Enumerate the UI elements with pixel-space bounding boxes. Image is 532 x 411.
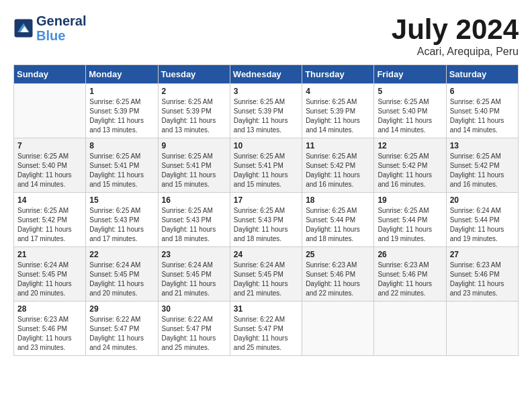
day-number: 4 — [306, 87, 370, 96]
calendar-week-row: 14Sunrise: 6:25 AM Sunset: 5:42 PM Dayli… — [14, 193, 519, 247]
day-info: Sunrise: 6:23 AM Sunset: 5:46 PM Dayligh… — [306, 261, 370, 298]
calendar-header-row: SundayMondayTuesdayWednesdayThursdayFrid… — [14, 65, 519, 84]
calendar-cell: 19Sunrise: 6:25 AM Sunset: 5:44 PM Dayli… — [374, 193, 446, 247]
day-info: Sunrise: 6:22 AM Sunset: 5:47 PM Dayligh… — [234, 315, 298, 353]
day-number: 30 — [162, 304, 226, 314]
day-number: 19 — [378, 195, 442, 205]
calendar-cell: 21Sunrise: 6:24 AM Sunset: 5:45 PM Dayli… — [14, 247, 86, 302]
day-info: Sunrise: 6:25 AM Sunset: 5:39 PM Dayligh… — [234, 97, 298, 135]
day-number: 10 — [234, 141, 298, 150]
day-info: Sunrise: 6:24 AM Sunset: 5:45 PM Dayligh… — [17, 261, 82, 298]
calendar-cell: 26Sunrise: 6:23 AM Sunset: 5:46 PM Dayli… — [374, 247, 446, 302]
calendar-cell — [446, 302, 518, 356]
calendar-cell: 30Sunrise: 6:22 AM Sunset: 5:47 PM Dayli… — [158, 302, 230, 356]
calendar-cell: 27Sunrise: 6:23 AM Sunset: 5:46 PM Dayli… — [446, 247, 518, 302]
page-header: General Blue July 2024 Acari, Arequipa, … — [13, 13, 519, 58]
calendar-cell: 15Sunrise: 6:25 AM Sunset: 5:43 PM Dayli… — [86, 193, 158, 247]
calendar-cell — [14, 84, 86, 138]
calendar-cell: 1Sunrise: 6:25 AM Sunset: 5:39 PM Daylig… — [86, 84, 158, 138]
day-info: Sunrise: 6:22 AM Sunset: 5:47 PM Dayligh… — [89, 315, 154, 353]
calendar-cell: 13Sunrise: 6:25 AM Sunset: 5:42 PM Dayli… — [446, 138, 518, 193]
day-info: Sunrise: 6:25 AM Sunset: 5:42 PM Dayligh… — [450, 152, 515, 189]
day-info: Sunrise: 6:25 AM Sunset: 5:39 PM Dayligh… — [89, 97, 154, 135]
logo: General Blue — [13, 13, 86, 43]
day-number: 18 — [306, 195, 370, 205]
day-info: Sunrise: 6:23 AM Sunset: 5:46 PM Dayligh… — [378, 261, 442, 298]
day-header-saturday: Saturday — [446, 65, 518, 84]
day-info: Sunrise: 6:25 AM Sunset: 5:41 PM Dayligh… — [162, 152, 226, 189]
day-number: 23 — [162, 250, 226, 259]
day-number: 6 — [450, 87, 515, 96]
calendar-cell: 23Sunrise: 6:24 AM Sunset: 5:45 PM Dayli… — [158, 247, 230, 302]
day-number: 2 — [162, 87, 226, 96]
day-header-friday: Friday — [374, 65, 446, 84]
calendar-cell: 3Sunrise: 6:25 AM Sunset: 5:39 PM Daylig… — [230, 84, 302, 138]
location-subtitle: Acari, Arequipa, Peru — [392, 46, 519, 58]
month-title: July 2024 — [392, 13, 519, 46]
day-info: Sunrise: 6:25 AM Sunset: 5:43 PM Dayligh… — [234, 206, 298, 244]
day-number: 21 — [17, 250, 82, 259]
calendar-cell: 2Sunrise: 6:25 AM Sunset: 5:39 PM Daylig… — [158, 84, 230, 138]
day-number: 3 — [234, 87, 298, 96]
calendar-cell: 9Sunrise: 6:25 AM Sunset: 5:41 PM Daylig… — [158, 138, 230, 193]
calendar-cell: 31Sunrise: 6:22 AM Sunset: 5:47 PM Dayli… — [230, 302, 302, 356]
calendar-week-row: 28Sunrise: 6:23 AM Sunset: 5:46 PM Dayli… — [14, 302, 519, 356]
calendar-cell: 16Sunrise: 6:25 AM Sunset: 5:43 PM Dayli… — [158, 193, 230, 247]
day-number: 20 — [450, 195, 515, 205]
day-number: 22 — [89, 250, 154, 259]
day-number: 11 — [306, 141, 370, 150]
day-info: Sunrise: 6:24 AM Sunset: 5:45 PM Dayligh… — [234, 261, 298, 298]
calendar-week-row: 1Sunrise: 6:25 AM Sunset: 5:39 PM Daylig… — [14, 84, 519, 138]
day-number: 8 — [89, 141, 154, 150]
calendar-table: SundayMondayTuesdayWednesdayThursdayFrid… — [13, 64, 519, 356]
day-info: Sunrise: 6:25 AM Sunset: 5:42 PM Dayligh… — [306, 152, 370, 189]
calendar-cell: 11Sunrise: 6:25 AM Sunset: 5:42 PM Dayli… — [302, 138, 374, 193]
day-number: 28 — [17, 304, 82, 314]
calendar-cell — [374, 302, 446, 356]
day-info: Sunrise: 6:23 AM Sunset: 5:46 PM Dayligh… — [17, 315, 82, 353]
calendar-cell: 22Sunrise: 6:24 AM Sunset: 5:45 PM Dayli… — [86, 247, 158, 302]
day-number: 7 — [17, 141, 82, 150]
day-number: 26 — [378, 250, 442, 259]
day-info: Sunrise: 6:25 AM Sunset: 5:41 PM Dayligh… — [89, 152, 154, 189]
day-number: 15 — [89, 195, 154, 205]
day-info: Sunrise: 6:22 AM Sunset: 5:47 PM Dayligh… — [162, 315, 226, 353]
day-number: 29 — [89, 304, 154, 314]
day-info: Sunrise: 6:25 AM Sunset: 5:42 PM Dayligh… — [378, 152, 442, 189]
day-number: 31 — [234, 304, 298, 314]
day-number: 25 — [306, 250, 370, 259]
day-header-monday: Monday — [86, 65, 158, 84]
day-info: Sunrise: 6:23 AM Sunset: 5:46 PM Dayligh… — [450, 261, 515, 298]
day-info: Sunrise: 6:25 AM Sunset: 5:43 PM Dayligh… — [89, 206, 154, 244]
day-info: Sunrise: 6:25 AM Sunset: 5:42 PM Dayligh… — [17, 206, 82, 244]
day-info: Sunrise: 6:25 AM Sunset: 5:44 PM Dayligh… — [378, 206, 442, 244]
calendar-cell: 18Sunrise: 6:25 AM Sunset: 5:44 PM Dayli… — [302, 193, 374, 247]
calendar-cell: 14Sunrise: 6:25 AM Sunset: 5:42 PM Dayli… — [14, 193, 86, 247]
calendar-cell: 6Sunrise: 6:25 AM Sunset: 5:40 PM Daylig… — [446, 84, 518, 138]
day-info: Sunrise: 6:24 AM Sunset: 5:45 PM Dayligh… — [162, 261, 226, 298]
day-header-wednesday: Wednesday — [230, 65, 302, 84]
day-number: 14 — [17, 195, 82, 205]
calendar-cell: 28Sunrise: 6:23 AM Sunset: 5:46 PM Dayli… — [14, 302, 86, 356]
day-info: Sunrise: 6:24 AM Sunset: 5:44 PM Dayligh… — [450, 206, 515, 244]
calendar-cell: 17Sunrise: 6:25 AM Sunset: 5:43 PM Dayli… — [230, 193, 302, 247]
day-number: 12 — [378, 141, 442, 150]
logo-text-line1: General — [36, 13, 86, 28]
day-number: 27 — [450, 250, 515, 259]
day-header-thursday: Thursday — [302, 65, 374, 84]
calendar-cell: 4Sunrise: 6:25 AM Sunset: 5:39 PM Daylig… — [302, 84, 374, 138]
calendar-cell: 7Sunrise: 6:25 AM Sunset: 5:40 PM Daylig… — [14, 138, 86, 193]
calendar-cell — [302, 302, 374, 356]
day-info: Sunrise: 6:25 AM Sunset: 5:44 PM Dayligh… — [306, 206, 370, 244]
day-info: Sunrise: 6:25 AM Sunset: 5:40 PM Dayligh… — [378, 97, 442, 135]
day-number: 16 — [162, 195, 226, 205]
calendar-cell: 24Sunrise: 6:24 AM Sunset: 5:45 PM Dayli… — [230, 247, 302, 302]
logo-text-line2: Blue — [36, 28, 86, 43]
day-info: Sunrise: 6:25 AM Sunset: 5:41 PM Dayligh… — [234, 152, 298, 189]
calendar-cell: 20Sunrise: 6:24 AM Sunset: 5:44 PM Dayli… — [446, 193, 518, 247]
day-number: 5 — [378, 87, 442, 96]
calendar-cell: 5Sunrise: 6:25 AM Sunset: 5:40 PM Daylig… — [374, 84, 446, 138]
title-block: July 2024 Acari, Arequipa, Peru — [392, 13, 519, 58]
calendar-cell: 10Sunrise: 6:25 AM Sunset: 5:41 PM Dayli… — [230, 138, 302, 193]
day-info: Sunrise: 6:25 AM Sunset: 5:43 PM Dayligh… — [162, 206, 226, 244]
